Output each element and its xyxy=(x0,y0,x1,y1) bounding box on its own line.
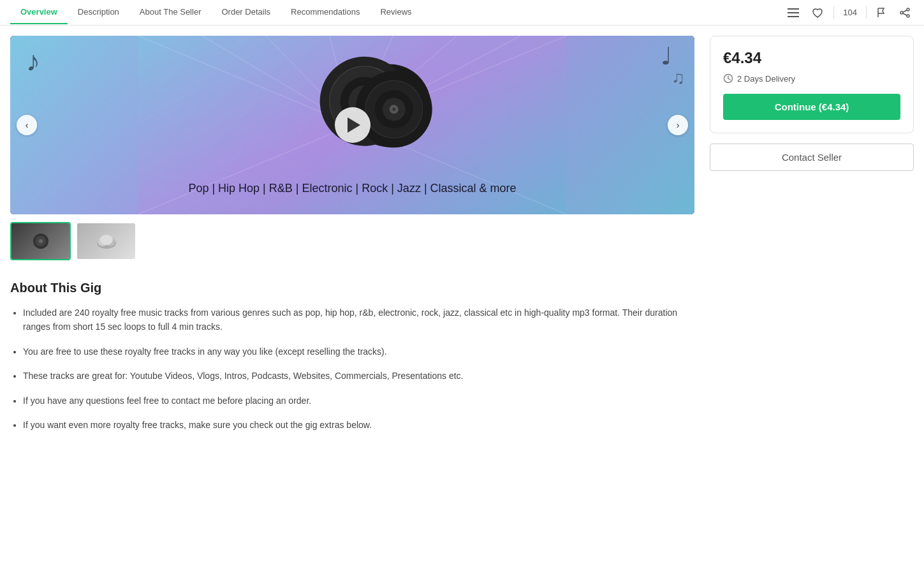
svg-point-5 xyxy=(900,11,903,14)
about-gig-list: Included are 240 royalty free music trac… xyxy=(10,306,694,432)
list-item: If you want even more royalty free track… xyxy=(23,418,694,432)
play-button[interactable] xyxy=(335,107,370,143)
main-container: ♪ ♩ ♫ Pop | Hip Hop | R&B | Electronic |… xyxy=(0,26,924,442)
thumb-image-1 xyxy=(11,223,70,259)
tab-about-seller[interactable]: About The Seller xyxy=(129,1,212,24)
continue-button[interactable]: Continue (€4.34) xyxy=(723,94,900,120)
thumb-image-2 xyxy=(77,223,135,259)
thumbnail-2[interactable] xyxy=(76,222,136,260)
thumb1-vinyl-icon xyxy=(28,232,54,251)
heart-icon xyxy=(812,8,823,18)
contact-seller-button[interactable]: Contact Seller xyxy=(710,144,914,171)
gallery-next-button[interactable]: › xyxy=(668,115,688,135)
music-note-right: ♩ xyxy=(661,42,672,70)
left-column: ♪ ♩ ♫ Pop | Hip Hop | R&B | Electronic |… xyxy=(10,36,694,432)
svg-point-39 xyxy=(39,239,43,243)
tab-recommendations[interactable]: Recommendations xyxy=(281,1,370,24)
tab-overview[interactable]: Overview xyxy=(10,1,68,24)
thumbnail-strip xyxy=(10,222,694,260)
tab-reviews[interactable]: Reviews xyxy=(370,1,422,24)
about-gig-section: About This Gig Included are 240 royalty … xyxy=(10,281,694,432)
gallery-prev-button[interactable]: ‹ xyxy=(17,115,37,135)
delivery-text: 2 Days Delivery xyxy=(737,74,795,84)
tab-order-details[interactable]: Order Details xyxy=(211,1,281,24)
list-item: You are free to use these royalty free t… xyxy=(23,344,694,359)
svg-rect-1 xyxy=(788,12,799,13)
music-note-right2: ♫ xyxy=(671,68,685,88)
favorite-button[interactable] xyxy=(808,5,827,20)
svg-rect-2 xyxy=(788,16,799,17)
list-item: Included are 240 royalty free music trac… xyxy=(23,306,694,334)
right-column: €4.34 2 Days Delivery Continue (€4.34) C… xyxy=(710,36,914,432)
flag-icon xyxy=(877,8,887,18)
divider2 xyxy=(866,6,867,19)
flag-button[interactable] xyxy=(873,5,891,20)
list-item: If you have any questions feel free to c… xyxy=(23,394,694,408)
hamburger-icon xyxy=(788,8,799,17)
delivery-row: 2 Days Delivery xyxy=(723,73,900,84)
thumbnail-1[interactable] xyxy=(10,222,71,260)
svg-line-6 xyxy=(903,10,907,12)
clock-icon xyxy=(723,73,733,84)
top-navigation: Overview Description About The Seller Or… xyxy=(0,0,924,26)
share-count: 104 xyxy=(840,8,860,17)
svg-rect-0 xyxy=(788,8,799,10)
music-note-left: ♪ xyxy=(26,45,40,77)
svg-point-3 xyxy=(907,8,909,11)
play-triangle-icon xyxy=(348,117,360,133)
about-gig-title: About This Gig xyxy=(10,281,694,295)
svg-line-7 xyxy=(903,13,907,15)
svg-point-4 xyxy=(907,15,909,17)
gallery-main-image: ♪ ♩ ♫ Pop | Hip Hop | R&B | Electronic |… xyxy=(10,36,694,214)
share-icon xyxy=(900,8,910,18)
tab-description[interactable]: Description xyxy=(68,1,129,24)
vinyl-records-svg xyxy=(271,42,475,182)
menu-icon-button[interactable] xyxy=(784,6,803,20)
thumb2-cloud-icon xyxy=(94,232,119,251)
gallery: ♪ ♩ ♫ Pop | Hip Hop | R&B | Electronic |… xyxy=(10,36,694,214)
svg-point-43 xyxy=(100,235,113,245)
nav-tabs: Overview Description About The Seller Or… xyxy=(10,1,784,24)
pricing-card: €4.34 2 Days Delivery Continue (€4.34) xyxy=(710,36,914,133)
divider xyxy=(833,6,834,19)
svg-line-46 xyxy=(728,78,730,80)
share-button[interactable] xyxy=(896,5,914,20)
price-display: €4.34 xyxy=(723,49,900,67)
list-item: These tracks are great for: Youtube Vide… xyxy=(23,369,694,383)
nav-action-bar: 104 xyxy=(784,5,914,20)
genre-text: Pop | Hip Hop | R&B | Electronic | Rock … xyxy=(10,182,694,195)
